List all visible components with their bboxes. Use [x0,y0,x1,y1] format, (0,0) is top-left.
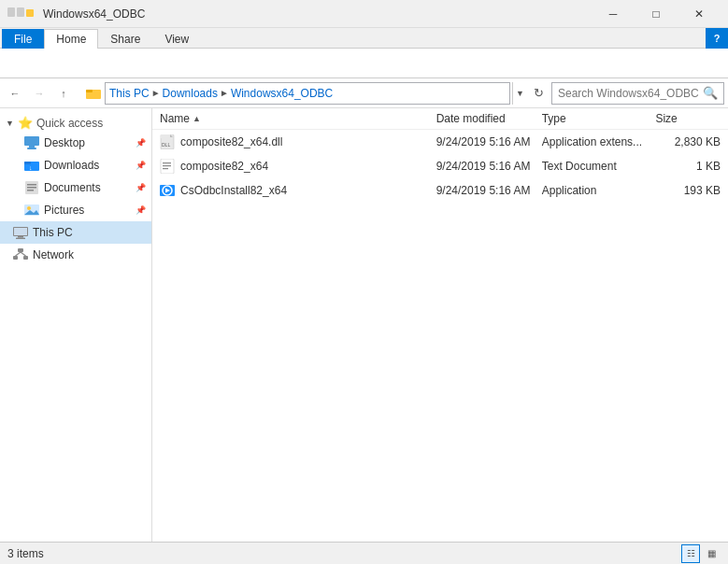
search-icon: 🔍 [703,86,718,100]
title-bar-controls: ─ □ ✕ [592,0,721,28]
svg-rect-4 [86,90,93,92]
large-icons-view-button[interactable]: ▦ [702,544,721,563]
svg-rect-13 [27,187,36,189]
sidebar-item-label: Desktop [44,136,131,149]
downloads-icon: ↓ [24,158,39,173]
svg-rect-23 [13,256,18,260]
file-name-cell: CsOdbcInstall82_x64 [160,183,436,198]
sidebar-item-label: This PC [33,226,146,239]
svg-rect-12 [27,184,36,186]
tab-view[interactable]: View [152,29,201,49]
title-bar: Windowsx64_ODBC ─ □ ✕ [0,0,728,28]
svg-rect-22 [18,248,23,252]
this-pc-icon [13,225,28,240]
svg-rect-32 [163,165,171,166]
tab-home[interactable]: Home [44,29,98,49]
title-bar-icon [7,6,37,21]
file-type: Application [542,184,656,197]
pin-icon: 📌 [136,138,146,148]
svg-rect-33 [163,168,168,169]
file-name-cell: DLL composite82_x64.dll [160,134,436,149]
address-folder-icon [84,82,103,105]
up-button[interactable]: ↑ [52,82,75,105]
content-area: Name ▲ Date modified Type Size DLL compo… [152,108,728,542]
file-date: 9/24/2019 5:16 AM [436,160,542,173]
sidebar-item-documents[interactable]: Documents 📌 [0,176,151,199]
table-row[interactable]: CsOdbcInstall82_x64 9/24/2019 5:16 AM Ap… [152,178,728,203]
file-icon: DLL [160,134,175,149]
pictures-icon [24,203,39,218]
search-input[interactable] [558,87,699,100]
item-count: 3 items [7,547,44,560]
sidebar-item-downloads[interactable]: ↓ Downloads 📌 [0,154,151,176]
quick-access-star-icon: ⭐ [18,116,33,130]
svg-text:↓: ↓ [29,164,33,171]
table-row[interactable]: composite82_x64 9/24/2019 5:16 AM Text D… [152,154,728,178]
sidebar-item-this-pc[interactable]: This PC [0,221,151,244]
help-button[interactable]: ? [706,28,728,49]
address-dropdown-button[interactable]: ▼ [512,82,527,105]
file-list: DLL composite82_x64.dll 9/24/2019 5:16 A… [152,130,728,203]
tab-share[interactable]: Share [98,29,152,49]
svg-rect-7 [27,148,36,149]
pin-icon: 📌 [136,183,146,192]
file-type: Application extens... [542,135,656,148]
sidebar-item-desktop[interactable]: Desktop 📌 [0,132,151,154]
table-row[interactable]: DLL composite82_x64.dll 9/24/2019 5:16 A… [152,130,728,154]
main-layout: ▼ ⭐ Quick access Desktop 📌 ↓ [0,108,728,542]
sidebar-item-label: Documents [44,181,131,194]
svg-rect-5 [24,136,39,146]
svg-rect-28 [161,134,170,138]
forward-button[interactable]: → [28,82,50,105]
file-size: 1 KB [655,160,721,173]
svg-rect-19 [14,228,27,235]
maximize-button[interactable]: □ [635,0,678,28]
col-header-type[interactable]: Type [542,112,656,125]
sidebar-item-network[interactable]: Network [0,244,151,266]
col-header-name[interactable]: Name ▲ [160,112,436,125]
svg-line-26 [21,252,26,256]
sidebar: ▼ ⭐ Quick access Desktop 📌 ↓ [0,108,152,542]
file-date: 9/24/2019 5:16 AM [436,135,542,148]
address-path[interactable]: This PC ► Downloads ► Windowsx64_ODBC [105,82,510,105]
svg-line-25 [16,252,21,256]
svg-text:DLL: DLL [162,142,170,148]
close-button[interactable]: ✕ [678,0,721,28]
minimize-button[interactable]: ─ [592,0,635,28]
title-bar-text: Windowsx64_ODBC [43,7,592,21]
svg-rect-0 [7,7,15,17]
sidebar-item-pictures[interactable]: Pictures 📌 [0,199,151,221]
svg-rect-20 [18,236,23,238]
svg-rect-31 [163,162,171,163]
details-view-button[interactable]: ☷ [681,544,700,563]
file-icon [160,183,175,198]
chevron-icon: ▼ [6,119,14,128]
svg-rect-24 [23,256,28,260]
documents-icon [24,180,39,195]
file-name-cell: composite82_x64 [160,159,436,174]
sidebar-section-quick-access[interactable]: ▼ ⭐ Quick access [0,112,151,132]
svg-rect-2 [26,9,34,17]
sidebar-item-label: Pictures [44,204,131,217]
svg-point-16 [27,206,31,210]
tab-file[interactable]: File [2,29,44,49]
sort-arrow-icon: ▲ [193,114,201,123]
col-header-size[interactable]: Size [655,112,721,125]
sidebar-item-label: Network [33,248,146,261]
svg-rect-14 [27,190,34,191]
path-windowsx64[interactable]: Windowsx64_ODBC [231,87,333,100]
svg-rect-6 [29,146,35,148]
search-box[interactable]: 🔍 [551,82,724,105]
path-this-pc[interactable]: This PC [109,87,150,100]
ribbon: File Home Share View ? [0,28,728,78]
file-icon [160,159,175,174]
path-downloads[interactable]: Downloads [163,87,218,100]
quick-access-label: Quick access [36,117,103,130]
refresh-button[interactable]: ↻ [527,82,550,105]
pin-icon: 📌 [136,205,146,215]
back-button[interactable]: ← [4,82,26,105]
svg-rect-1 [17,7,24,17]
network-icon [13,247,28,262]
ribbon-content [0,49,728,78]
col-header-date[interactable]: Date modified [436,112,542,125]
